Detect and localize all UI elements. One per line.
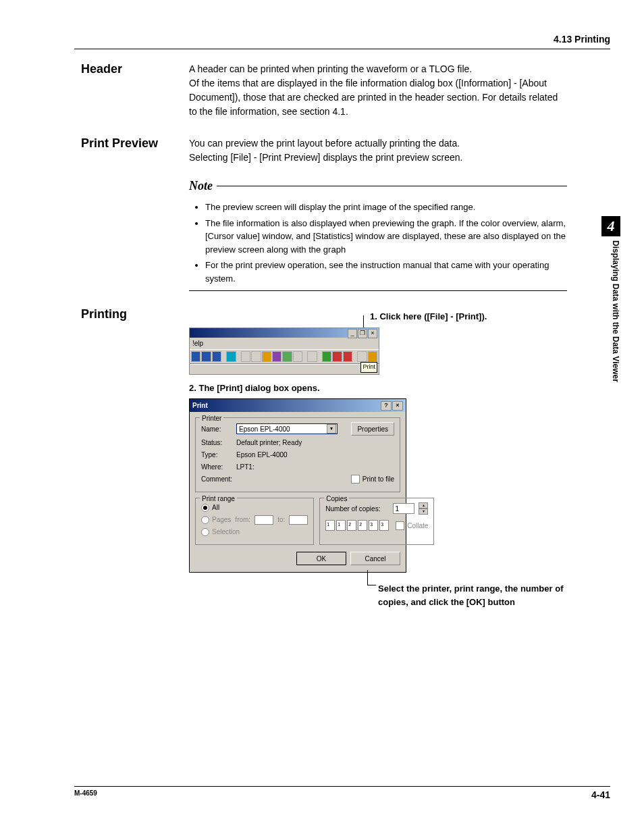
radio-icon (201, 504, 209, 512)
type-label: Type: (201, 450, 232, 460)
paragraph: Of the items that are displayed in the f… (189, 76, 567, 119)
collate-checkbox[interactable]: Collate (396, 521, 428, 531)
print-tooltip: Print (360, 362, 377, 373)
minimize-icon[interactable]: _ (348, 329, 357, 338)
from-input[interactable] (254, 515, 273, 525)
content: Header A header can be printed when prin… (81, 62, 567, 615)
toolbar-button[interactable] (226, 351, 236, 362)
section-body: You can preview the print layout before … (189, 136, 567, 291)
radio-icon (201, 528, 209, 536)
paragraph: A header can be printed when printing th… (189, 62, 567, 76)
step-caption: 2. The [Print] dialog box opens. (189, 382, 567, 395)
properties-button[interactable]: Properties (351, 422, 394, 436)
cancel-button[interactable]: Cancel (350, 552, 400, 565)
where-label: Where: (201, 462, 232, 472)
section-printing: Printing 1. Click here ([File] - [Print]… (81, 307, 567, 608)
toolbar-button[interactable] (241, 351, 250, 362)
toolbar-button[interactable] (282, 351, 292, 362)
print-to-file-checkbox[interactable]: Print to file (351, 474, 394, 484)
ok-button[interactable]: OK (296, 552, 346, 565)
status-value: Default printer; Ready (236, 438, 302, 448)
print-dialog: Print ? × Printer Name: Epson (189, 398, 406, 573)
toolbar-button[interactable] (307, 351, 317, 362)
section-body: A header can be printed when printing th… (189, 62, 567, 119)
where-value: LPT1: (236, 462, 254, 472)
toolbar-button[interactable] (251, 351, 261, 362)
section-title: Print Preview (81, 136, 189, 291)
side-tab: 4 Displaying Data with the Data Viewer (601, 216, 620, 382)
print-button[interactable] (357, 351, 367, 362)
type-value: Epson EPL-4000 (236, 450, 288, 460)
copies-spinner[interactable]: ▴▾ (419, 502, 428, 515)
note-item: For the print preview operation, see the… (205, 259, 567, 285)
page-number: 4-41 (591, 789, 610, 800)
group-label: Printer (200, 413, 223, 423)
close-icon[interactable]: × (368, 329, 377, 338)
dialog-actions: OK Cancel (195, 550, 400, 567)
step-caption: 1. Click here ([File] - [Print]). (370, 310, 567, 323)
toolbar-button[interactable] (272, 351, 281, 362)
printer-name: Epson EPL-4000 (239, 424, 290, 434)
copies-input[interactable]: 1 (393, 503, 414, 514)
menu-help[interactable]: !elp (192, 340, 203, 347)
print-range-group: Print range All (195, 498, 314, 545)
section-title: Header (81, 62, 189, 119)
note-list: The preview screen will display the prin… (189, 201, 567, 285)
chapter-number: 4 (601, 216, 620, 236)
section-body: 1. Click here ([File] - [Print]). _ ❐ × … (189, 307, 567, 608)
checkbox-icon (396, 521, 404, 530)
note-item: The file information is also displayed w… (205, 217, 567, 257)
printer-group: Printer Name: Epson EPL-4000 ▾ Propertie… (195, 417, 400, 492)
range-all-radio[interactable]: All (201, 502, 219, 513)
chevron-down-icon[interactable]: ▾ (327, 424, 336, 434)
note-label: Note (189, 177, 217, 195)
group-label: Print range (200, 494, 237, 504)
comment-label: Comment: (201, 474, 232, 484)
to-input[interactable] (289, 515, 308, 525)
checkbox-icon (351, 475, 360, 484)
dialog-title: Print (192, 400, 208, 411)
copies-group: Copies Number of copies: 1 ▴▾ 112233 (319, 498, 434, 545)
dialog-titlebar: Print ? × (190, 399, 406, 412)
toolbar-button[interactable] (191, 351, 200, 362)
name-label: Name: (201, 424, 232, 434)
restore-icon[interactable]: ❐ (358, 329, 367, 338)
range-pages-radio[interactable]: Pages (201, 515, 231, 525)
page-header: 4.13 Printing (74, 34, 610, 49)
help-button[interactable] (368, 351, 377, 362)
page-footer: M-4659 4-41 (74, 786, 610, 800)
num-copies-label: Number of copies: (325, 504, 380, 514)
close-icon[interactable]: × (392, 401, 403, 411)
section-ref: 4.13 Printing (554, 34, 610, 45)
section-title: Printing (81, 307, 189, 608)
status-bar: Print (190, 364, 379, 374)
note-item: The preview screen will display the prin… (205, 201, 567, 214)
chapter-title: Displaying Data with the Data Viewer (601, 236, 620, 382)
section-print-preview: Print Preview You can preview the print … (81, 136, 567, 291)
window-buttons: _ ❐ × (348, 329, 377, 338)
toolbar-button[interactable] (201, 351, 211, 362)
note-block: Note The preview screen will display the… (189, 177, 567, 291)
help-icon[interactable]: ? (381, 401, 392, 411)
leader-line (367, 570, 376, 585)
status-label: Status: (201, 438, 232, 448)
paragraph: You can preview the print layout before … (189, 136, 567, 151)
toolbar-button[interactable] (322, 351, 331, 362)
note-rule (189, 290, 567, 291)
note-rule (217, 186, 567, 186)
paragraph: Selecting [File] - [Print Preview] displ… (189, 151, 567, 165)
toolbar-button[interactable] (212, 351, 221, 362)
collate-icon: 112233 (325, 520, 389, 531)
toolbar-button[interactable] (332, 351, 342, 362)
radio-icon (201, 516, 209, 524)
range-selection-radio: Selection (201, 527, 240, 537)
printer-combobox[interactable]: Epson EPL-4000 ▾ (236, 423, 338, 434)
toolbar-screenshot: _ ❐ × !elp (189, 328, 379, 375)
toolbar-button[interactable] (343, 351, 352, 362)
to-label: to: (277, 515, 285, 525)
toolbar-button[interactable] (293, 351, 302, 362)
toolbar (190, 349, 379, 364)
menu-bar[interactable]: !elp (190, 338, 379, 349)
section-header: Header A header can be printed when prin… (81, 62, 567, 119)
toolbar-button[interactable] (262, 351, 271, 362)
